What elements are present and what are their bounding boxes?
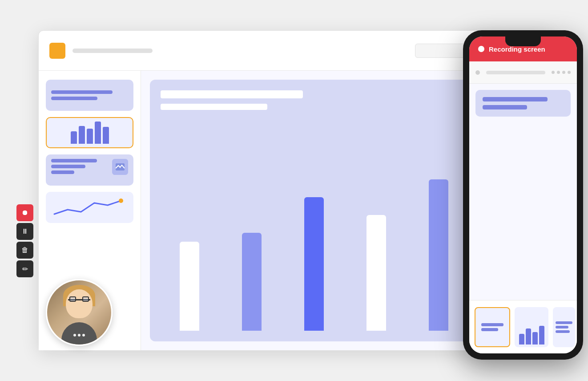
recording-indicator	[478, 46, 484, 52]
search-input[interactable]	[415, 44, 468, 58]
sidebar-card-line	[51, 90, 113, 94]
phone-content-card	[475, 90, 571, 117]
person-face	[66, 289, 93, 318]
phone-thumb-bars	[481, 323, 503, 331]
phone-thumb3-lines	[556, 321, 572, 333]
webcam-dot	[73, 334, 76, 336]
trash-icon: 🗑	[21, 246, 28, 254]
phone-card-line	[483, 97, 548, 101]
phone-thumb-line	[481, 328, 498, 331]
sidebar-bar	[103, 127, 109, 144]
sidebar-item-1[interactable]	[46, 80, 133, 111]
phone-url-bar	[486, 71, 545, 74]
sidebar-bar	[71, 131, 77, 144]
phone-thumb3-line	[556, 326, 568, 328]
recording-label: Recording screen	[489, 45, 545, 53]
delete-button[interactable]: 🗑	[16, 242, 33, 259]
sidebar-item-4[interactable]	[46, 192, 133, 223]
toolbar: ⏺ ⏸ 🗑 ✏	[16, 204, 33, 277]
webcam-placeholder	[47, 280, 111, 345]
chart-title-bar1	[161, 90, 303, 98]
chart-bar-light	[366, 215, 386, 331]
annotate-button[interactable]: ✏	[16, 260, 33, 277]
chart-bar-light	[180, 242, 199, 331]
phone-card-line	[483, 105, 527, 109]
phone-mini-bar	[539, 326, 544, 345]
phone-mini-bar	[526, 328, 531, 345]
sidebar-card-line	[51, 170, 74, 174]
phone-mini-bar	[532, 332, 538, 345]
sidebar: ⏺ ⏸ 🗑 ✏	[39, 71, 141, 350]
record-icon: ⏺	[21, 209, 28, 217]
sidebar-item-3[interactable]	[46, 154, 133, 186]
phone-browser-dot	[475, 70, 480, 75]
sidebar-bar	[87, 129, 93, 144]
phone-thumb-3[interactable]	[553, 307, 575, 347]
webcam-dot	[78, 334, 81, 336]
chart-bar-lavender	[429, 179, 448, 331]
phone-action-dots	[552, 71, 571, 74]
phone-dot	[557, 71, 560, 74]
bar-group-5	[429, 179, 448, 331]
webcam-dot	[82, 334, 85, 336]
sidebar-bar	[95, 122, 101, 144]
sidebar-bar	[79, 126, 85, 144]
phone-mini-bar	[519, 334, 524, 345]
sidebar-chart	[52, 118, 127, 147]
sidebar-card-line	[51, 97, 97, 100]
chart-bar-blue	[304, 197, 324, 331]
sidebar-card-line	[51, 165, 85, 168]
phone-thumb-2[interactable]	[515, 307, 548, 347]
phone-dot	[568, 71, 571, 74]
chart-bar-lavender	[242, 233, 262, 331]
nav-bar	[72, 49, 153, 53]
chart-title-bar2	[161, 104, 267, 110]
app-logo	[49, 43, 65, 59]
sidebar-item-2-active[interactable]	[46, 117, 133, 148]
phone-content	[469, 84, 577, 300]
phone-bottom-bar	[469, 300, 577, 353]
person-body	[61, 322, 97, 345]
webcam-dots	[73, 334, 85, 336]
phone-browser-bar	[469, 61, 577, 84]
line-chart-svg	[50, 196, 130, 219]
webcam-avatar	[46, 279, 113, 346]
phone-thumb-line	[481, 323, 503, 326]
bar-group-3	[304, 197, 324, 331]
record-button[interactable]: ⏺	[16, 204, 33, 221]
pause-icon: ⏸	[21, 227, 28, 235]
sidebar-card-line	[51, 159, 97, 162]
phone-thumb3-line	[556, 321, 572, 324]
sidebar-image-icon	[112, 159, 128, 175]
phone-thumb-1[interactable]	[475, 307, 510, 347]
phone-screen: Recording screen	[469, 36, 577, 353]
phone-dot	[562, 71, 565, 74]
pen-icon: ✏	[22, 265, 28, 273]
bar-group-4	[366, 215, 386, 331]
bar-group-1	[180, 242, 199, 331]
bar-group-2	[242, 233, 262, 331]
phone-thumb3-line	[556, 330, 570, 333]
phone-dot	[552, 71, 555, 74]
phone-notch	[505, 36, 541, 46]
pause-button[interactable]: ⏸	[16, 223, 33, 240]
svg-point-1	[119, 199, 123, 203]
scene: ⏺ ⏸ 🗑 ✏	[32, 17, 556, 364]
phone-device: Recording screen	[463, 30, 583, 360]
